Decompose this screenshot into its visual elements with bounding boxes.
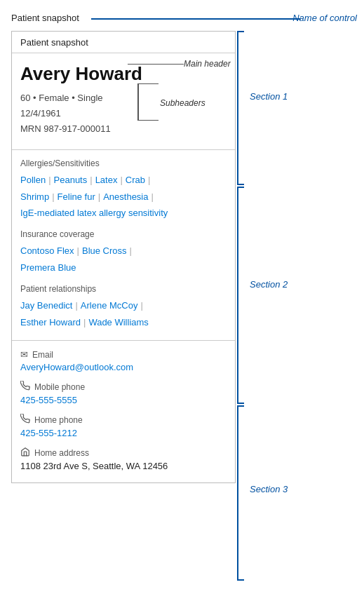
home-phone-label-row: Home phone — [20, 414, 227, 426]
allergy-latex[interactable]: Latex — [95, 175, 118, 185]
section3-bracket — [237, 405, 250, 581]
main-header-callout-line — [128, 64, 184, 65]
address-label: Home address — [34, 448, 89, 458]
mrn-line: MRN 987-917-000011 — [20, 121, 227, 137]
rel-arlene[interactable]: Arlene McCoy — [81, 300, 138, 311]
dob-line: 12/4/1961 — [20, 106, 227, 121]
allergy-pollen[interactable]: Pollen — [20, 175, 46, 185]
email-label-row: ✉ Email — [20, 349, 227, 360]
patient-subheaders: 60 • Female • Single 12/4/1961 MRN 987-9… — [20, 90, 227, 137]
allergy-shrimp[interactable]: Shrimp — [20, 191, 49, 202]
mobile-value[interactable]: 425-555-5555 — [20, 395, 227, 405]
home-phone-icon — [20, 414, 30, 426]
section3: ✉ Email AveryHoward@outlook.com Mobile p… — [12, 341, 235, 482]
home-phone-value[interactable]: 425-555-1212 — [20, 428, 227, 438]
relationships-label: Patient relationships — [20, 284, 227, 294]
subheaders-top-line — [137, 83, 159, 84]
allergy-peanuts[interactable]: Peanuts — [54, 175, 88, 185]
main-header-callout-text: Main header — [184, 59, 231, 69]
allergy-anesthesia[interactable]: Anesthesia — [103, 191, 148, 202]
home-phone-row: Home phone 425-555-1212 — [20, 414, 227, 438]
subheaders-bottom-line — [137, 120, 159, 121]
rel-jay[interactable]: Jay Benedict — [20, 300, 72, 311]
email-value[interactable]: AveryHoward@outlook.com — [20, 362, 227, 372]
mobile-label-row: Mobile phone — [20, 381, 227, 393]
section1-bracket — [237, 31, 250, 185]
insurance-list: Contoso Flex|Blue Cross| Premera Blue — [20, 243, 227, 276]
address-value: 1108 23rd Ave S, Seattle, WA 12456 — [20, 461, 227, 471]
insurance-contoso[interactable]: Contoso Flex — [20, 245, 74, 256]
address-icon — [20, 447, 30, 459]
card-title: Patient snapshot — [20, 37, 88, 48]
section2: Allergies/Sensitivities Pollen|Peanuts|L… — [12, 150, 235, 341]
home-phone-label: Home phone — [34, 415, 83, 425]
allergies-label: Allergies/Sensitivities — [20, 158, 227, 168]
address-row: Home address 1108 23rd Ave S, Seattle, W… — [20, 447, 227, 471]
card-header: Patient snapshot — [12, 32, 235, 53]
relationships-list: Jay Benedict|Arlene McCoy| Esther Howard… — [20, 297, 227, 330]
section2-bracket — [237, 187, 250, 404]
subheaders-bracket-line — [137, 84, 139, 121]
insurance-bluecross[interactable]: Blue Cross — [82, 245, 127, 256]
title-line — [91, 18, 301, 20]
allergy-crab[interactable]: Crab — [126, 175, 145, 185]
section3-label: Section 3 — [250, 484, 288, 494]
allergy-feline[interactable]: Feline fur — [58, 191, 95, 202]
section2-label: Section 2 — [250, 279, 288, 290]
mobile-phone-icon — [20, 381, 30, 393]
insurance-premera[interactable]: Premera Blue — [20, 262, 76, 273]
address-label-row: Home address — [20, 447, 227, 459]
name-of-control-label: Name of control — [292, 13, 357, 23]
email-label: Email — [32, 350, 53, 360]
mobile-label: Mobile phone — [34, 382, 85, 392]
rel-esther[interactable]: Esther Howard — [20, 317, 81, 327]
control-title-label: Patient snapshot — [11, 13, 79, 23]
mobile-row: Mobile phone 425-555-5555 — [20, 381, 227, 405]
allergy-ige[interactable]: IgE-mediated latex allergy sensitivity — [20, 208, 168, 218]
subheaders-callout-text: Subheaders — [160, 98, 205, 108]
email-icon: ✉ — [20, 349, 28, 360]
email-row: ✉ Email AveryHoward@outlook.com — [20, 349, 227, 372]
rel-wade[interactable]: Wade Williams — [88, 317, 148, 327]
insurance-label: Insurance coverage — [20, 229, 227, 239]
section1-label: Section 1 — [250, 91, 288, 102]
allergies-list: Pollen|Peanuts|Latex|Crab| Shrimp|Feline… — [20, 172, 227, 221]
